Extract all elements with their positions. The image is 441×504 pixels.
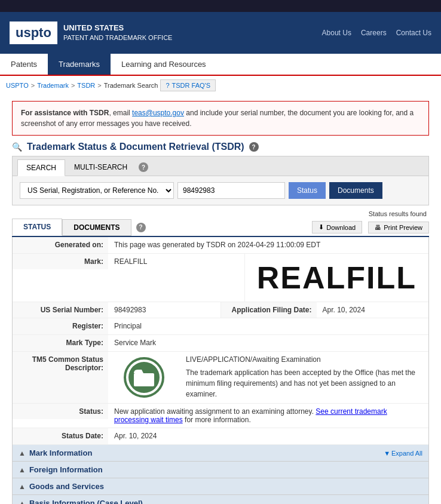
doc-tab-actions: ⬇ Download 🖶 Print Preview [312, 221, 429, 233]
toggle-icon2: ▲ [19, 466, 26, 474]
breadcrumb-uspto[interactable]: USPTO [6, 82, 29, 89]
print-icon: 🖶 [375, 224, 381, 231]
breadcrumb-right: ? TSDR FAQ'S [160, 79, 216, 91]
section-foreign-label: Foreign Information [29, 465, 103, 474]
filing-date-value: Apr. 10, 2024 [317, 302, 429, 318]
results-found: Status results found [12, 210, 429, 217]
nav-trademarks[interactable]: Trademarks [48, 54, 111, 75]
contact-link[interactable]: Contact Us [396, 29, 431, 37]
status-date-value: Apr. 10, 2024 [108, 428, 428, 444]
section-foreign-information[interactable]: ▲ Foreign Information [13, 462, 428, 478]
breadcrumb-search: Trademark Search [104, 82, 158, 89]
tsdr-title: Trademark Status & Document Retrieval (T… [27, 142, 244, 152]
nav-learning[interactable]: Learning and Resources [111, 54, 217, 75]
mark-label: Mark: [13, 254, 108, 269]
search-type-select[interactable]: US Serial, Registration, or Reference No… [20, 182, 174, 199]
register-label: Register: [13, 318, 108, 334]
section-mark-label: Mark Information [29, 448, 92, 457]
status-label: Status: [13, 404, 108, 419]
question-icon: ? [166, 82, 169, 89]
tsdr-title-row: 🔍 Trademark Status & Document Retrieval … [12, 142, 429, 152]
alert-box: For assistance with TSDR, email teas@usp… [12, 101, 429, 136]
mark-row: Mark: REALFILL REALFILL [13, 254, 428, 302]
search-icon: 🔍 [12, 142, 22, 152]
download-icon: ⬇ [318, 223, 324, 231]
tm5-text-col: LIVE/APPLICATION/Awaiting Examination Th… [180, 352, 428, 403]
tm5-icon-col [108, 352, 180, 403]
search-tab-multisearch[interactable]: MULTI-SEARCH [65, 159, 136, 176]
search-tabs: SEARCH MULTI-SEARCH ? [13, 156, 428, 176]
serial-label: US Serial Number: [13, 302, 108, 318]
careers-link[interactable]: Careers [361, 29, 387, 37]
status-date-label: Status Date: [13, 428, 108, 444]
register-value: Principal [108, 318, 428, 334]
section-basis-information[interactable]: ▲ Basis Information (Case Level) [13, 495, 428, 504]
nav-patents[interactable]: Patents [0, 54, 48, 75]
mark-type-value: Service Mark [108, 335, 428, 351]
status-value: New application awaiting assignment to a… [108, 404, 428, 428]
top-bar [0, 0, 441, 12]
expand-all-button[interactable]: ▼ Expand All [384, 450, 422, 457]
header-nav: About Us Careers Contact Us [322, 29, 431, 37]
tab-status[interactable]: STATUS [12, 219, 62, 236]
mark-type-label: Mark Type: [13, 335, 108, 351]
filing-date-label: Application Filing Date: [221, 302, 317, 318]
tm5-status-text: LIVE/APPLICATION/Awaiting Examination [186, 355, 422, 364]
section-goods-label: Goods and Services [29, 482, 104, 491]
header: uspto UNITED STATES PATENT AND TRADEMARK… [0, 12, 441, 54]
mark-value: REALFILL [114, 257, 238, 266]
main-nav: Patents Trademarks Learning and Resource… [0, 54, 441, 76]
section-mark-information[interactable]: ▲ Mark Information ▼ Expand All [13, 445, 428, 462]
generated-on-row: Generated on: This page was generated by… [13, 237, 428, 254]
breadcrumb-tsdr[interactable]: TSDR [77, 82, 95, 89]
tsdr-help-icon[interactable]: ? [249, 142, 259, 152]
mark-image-area: REALFILL [244, 254, 428, 302]
breadcrumb-trademark[interactable]: Trademark [37, 82, 69, 89]
tsdr-faq-button[interactable]: ? TSDR FAQ'S [160, 79, 216, 91]
section-basis-label: Basis Information (Case Level) [29, 499, 143, 504]
doc-tab-help-icon[interactable]: ? [136, 223, 146, 232]
toggle-icon: ▲ [19, 449, 26, 457]
alert-bold: For assistance with TSDR [21, 109, 109, 117]
status-button[interactable]: Status [289, 182, 326, 199]
search-input[interactable] [177, 182, 285, 199]
svg-rect-2 [134, 373, 154, 386]
section-goods-services[interactable]: ▲ Goods and Services [13, 478, 428, 495]
chevron-down-icon: ▼ [384, 450, 390, 457]
doc-tabs: STATUS DOCUMENTS ? ⬇ Download 🖶 Print Pr… [12, 219, 429, 237]
breadcrumb: USPTO > Trademark > TSDR > Trademark Sea… [0, 76, 222, 95]
search-container: SEARCH MULTI-SEARCH ? US Serial, Registr… [12, 156, 429, 205]
mark-logo-text: REALFILL [257, 260, 416, 296]
mark-value-col: REALFILL [108, 254, 244, 269]
status-row: Status: New application awaiting assignm… [13, 404, 428, 428]
filing-date-col: Application Filing Date: Apr. 10, 2024 [220, 302, 429, 318]
search-help-icon[interactable]: ? [139, 162, 148, 172]
generated-on-value: This page was generated by TSDR on 2024-… [108, 237, 428, 253]
header-title: UNITED STATES PATENT AND TRADEMARK OFFIC… [63, 23, 173, 43]
uspto-logo: uspto [10, 21, 57, 44]
serial-col: US Serial Number: 98492983 [13, 302, 220, 318]
toggle-icon3: ▲ [19, 483, 26, 491]
documents-button[interactable]: Documents [329, 182, 382, 199]
tab-documents[interactable]: DOCUMENTS [62, 219, 131, 236]
alert-text: , email [109, 109, 132, 117]
search-input-row: US Serial, Registration, or Reference No… [13, 176, 428, 205]
tm5-desc-text: The trademark application has been accep… [186, 367, 422, 399]
toggle-icon4: ▲ [19, 499, 26, 505]
alert-email[interactable]: teas@uspto.gov [132, 109, 184, 117]
register-row: Register: Principal [13, 318, 428, 335]
status-date-row: Status Date: Apr. 10, 2024 [13, 428, 428, 445]
search-tab-search[interactable]: SEARCH [17, 159, 65, 176]
tm5-label: TM5 Common StatusDescriptor: [13, 352, 108, 403]
tm5-icon [123, 357, 165, 398]
content-area: Generated on: This page was generated by… [12, 237, 429, 504]
about-link[interactable]: About Us [322, 29, 351, 37]
tm5-row: TM5 Common StatusDescriptor: LIVE/APPLIC… [13, 352, 428, 404]
breadcrumb-container: USPTO > Trademark > TSDR > Trademark Sea… [0, 76, 441, 95]
download-button[interactable]: ⬇ Download [312, 221, 362, 233]
serial-value: 98492983 [108, 302, 220, 318]
generated-on-label: Generated on: [13, 237, 108, 253]
logo-area: uspto UNITED STATES PATENT AND TRADEMARK… [10, 21, 172, 44]
print-button[interactable]: 🖶 Print Preview [368, 222, 429, 233]
serial-filing-row: US Serial Number: 98492983 Application F… [13, 302, 428, 318]
